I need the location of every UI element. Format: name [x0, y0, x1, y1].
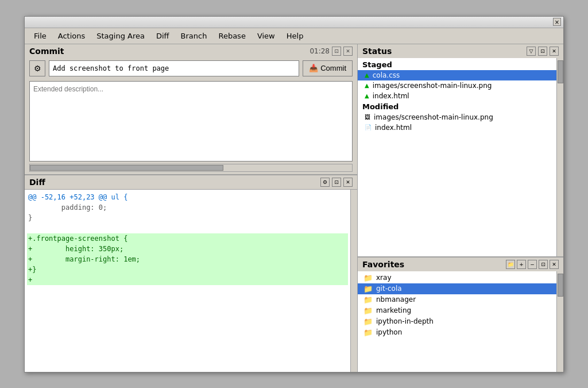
- commit-button-label: Commit: [320, 64, 346, 72]
- favorites-item-label: ipython: [376, 328, 402, 336]
- commit-section: Commit 01:28 ⊡ ✕ ⚙ 📥 Commit: [25, 44, 357, 175]
- commit-button[interactable]: 📥 Commit: [303, 60, 353, 76]
- status-list: Staged ▲ cola.css ▲ images/screenshot-ma…: [358, 58, 556, 256]
- status-header: Status ▽ ⊡ ✕: [358, 44, 563, 58]
- title-bar: ×: [25, 17, 563, 28]
- staged-item-screenshot[interactable]: ▲ images/screenshot-main-linux.png: [358, 80, 556, 91]
- favorites-item-ipython-in-depth[interactable]: 📁 ipython-in-depth: [358, 316, 556, 327]
- status-section: Status ▽ ⊡ ✕ Staged ▲ cola.css: [358, 44, 563, 257]
- diff-vertical-scrollbar[interactable]: [350, 190, 357, 372]
- staged-item-name: cola.css: [373, 71, 400, 79]
- commit-restore-icon[interactable]: ⊡: [332, 47, 341, 56]
- diff-title: Diff: [29, 178, 45, 187]
- menu-bar: File Actions Staging Area Diff Branch Re…: [25, 28, 563, 44]
- folder-icon: 📁: [363, 328, 373, 337]
- favorites-folder-icon[interactable]: 📁: [506, 260, 515, 269]
- diff-restore-icon[interactable]: ⊡: [332, 178, 341, 187]
- extended-description-input[interactable]: [29, 81, 353, 162]
- folder-icon: 📁: [363, 317, 373, 326]
- staged-label: Staged: [358, 59, 556, 70]
- diff-line: }: [27, 213, 348, 223]
- staged-item-index[interactable]: ▲ index.html: [358, 91, 556, 101]
- modified-label: Modified: [358, 101, 556, 112]
- menu-staging[interactable]: Staging Area: [92, 30, 149, 41]
- image-icon: 🖼: [365, 114, 370, 120]
- commit-button-icon: 📥: [309, 64, 318, 72]
- favorites-scroll-thumb: [558, 274, 563, 297]
- favorites-item-nbmanager[interactable]: 📁 nbmanager: [358, 294, 556, 305]
- modified-item-name: index.html: [375, 124, 412, 132]
- status-vertical-scrollbar[interactable]: [556, 58, 563, 256]
- status-close-icon[interactable]: ✕: [550, 47, 559, 56]
- status-title: Status: [362, 47, 392, 56]
- added-icon: ▲: [365, 93, 369, 99]
- favorites-add-icon[interactable]: +: [517, 260, 526, 269]
- favorites-close-icon[interactable]: ✕: [550, 260, 559, 269]
- staged-item-name: images/screenshot-main-linux.png: [373, 82, 492, 90]
- favorites-remove-icon[interactable]: −: [528, 260, 537, 269]
- folder-icon: 📁: [363, 285, 373, 293]
- favorites-item-xray[interactable]: 📁 xray: [358, 272, 556, 283]
- diff-line-added: + margin-right: 1em;: [27, 254, 348, 264]
- favorites-section: Favorites 📁 + − ⊡ ✕ 📁 xray: [358, 257, 563, 372]
- status-restore-icon[interactable]: ⊡: [538, 47, 547, 56]
- diff-line: [27, 223, 348, 233]
- commit-gear-button[interactable]: ⚙: [29, 60, 45, 76]
- commit-close-icon[interactable]: ✕: [343, 47, 353, 56]
- commit-input-row: ⚙ 📥 Commit: [25, 58, 357, 79]
- favorites-item-marketing[interactable]: 📁 marketing: [358, 305, 556, 316]
- favorites-item-label: xray: [376, 274, 392, 282]
- left-panel: Commit 01:28 ⊡ ✕ ⚙ 📥 Commit: [25, 44, 358, 372]
- diff-header-controls: ⚙ ⊡ ✕: [320, 178, 353, 187]
- diff-line: padding: 0;: [27, 202, 348, 213]
- main-content: Commit 01:28 ⊡ ✕ ⚙ 📥 Commit: [25, 44, 563, 372]
- favorites-item-git-cola[interactable]: 📁 git-cola: [358, 283, 556, 294]
- menu-file[interactable]: File: [29, 30, 51, 41]
- favorites-item-label: git-cola: [376, 285, 402, 293]
- diff-content: @@ -52,16 +52,23 @@ ul { padding: 0; } +…: [25, 190, 350, 372]
- diff-section: Diff ⚙ ⊡ ✕ @@ -52,16 +52,23 @@ ul { padd…: [25, 175, 357, 372]
- favorites-restore-icon[interactable]: ⊡: [539, 260, 548, 269]
- status-filter-icon[interactable]: ▽: [527, 47, 536, 56]
- menu-branch[interactable]: Branch: [176, 30, 212, 41]
- modified-item-screenshot[interactable]: 🖼 images/screenshot-main-linux.png: [358, 112, 556, 122]
- commit-message-input[interactable]: [49, 60, 299, 76]
- added-icon: ▲: [365, 72, 369, 78]
- folder-icon: 📁: [363, 306, 373, 315]
- status-scroll-thumb: [558, 60, 563, 83]
- horizontal-scrollbar[interactable]: [29, 164, 353, 172]
- menu-help[interactable]: Help: [282, 30, 308, 41]
- commit-header: Commit 01:28 ⊡ ✕: [25, 44, 357, 58]
- diff-line-added: +: [27, 275, 348, 285]
- modified-item-index[interactable]: 📄 index.html: [358, 122, 556, 133]
- menu-view[interactable]: View: [253, 30, 280, 41]
- commit-title: Commit: [29, 47, 64, 56]
- diff-line-added: +}: [27, 264, 348, 275]
- diff-line-added: + height: 350px;: [27, 244, 348, 254]
- diff-header: Diff ⚙ ⊡ ✕: [25, 175, 357, 190]
- status-list-area: Staged ▲ cola.css ▲ images/screenshot-ma…: [358, 58, 563, 256]
- added-icon: ▲: [365, 82, 369, 89]
- right-panel: Status ▽ ⊡ ✕ Staged ▲ cola.css: [358, 44, 563, 372]
- diff-content-area: @@ -52,16 +52,23 @@ ul { padding: 0; } +…: [25, 190, 357, 372]
- favorites-vertical-scrollbar[interactable]: [556, 271, 563, 372]
- close-button[interactable]: ×: [553, 18, 561, 26]
- diff-gear-icon[interactable]: ⚙: [320, 178, 330, 187]
- commit-header-controls: 01:28 ⊡ ✕: [310, 47, 353, 56]
- folder-icon: 📁: [363, 274, 373, 282]
- staged-item-cola-css[interactable]: ▲ cola.css: [358, 70, 556, 80]
- scrollbar-thumb: [30, 165, 223, 171]
- diff-close-icon[interactable]: ✕: [343, 178, 353, 187]
- favorites-item-label: ipython-in-depth: [376, 317, 434, 325]
- staged-item-name: index.html: [373, 92, 409, 100]
- favorites-item-ipython[interactable]: 📁 ipython: [358, 327, 556, 338]
- favorites-list-area: 📁 xray 📁 git-cola 📁 nbmanager 📁: [358, 271, 563, 372]
- main-window: × File Actions Staging Area Diff Branch …: [24, 16, 564, 372]
- status-header-controls: ▽ ⊡ ✕: [527, 47, 559, 56]
- favorites-title: Favorites: [362, 260, 404, 269]
- gear-icon: ⚙: [34, 64, 41, 73]
- menu-rebase[interactable]: Rebase: [214, 30, 250, 41]
- menu-actions[interactable]: Actions: [53, 30, 90, 41]
- favorites-header: Favorites 📁 + − ⊡ ✕: [358, 257, 563, 271]
- menu-diff[interactable]: Diff: [152, 30, 174, 41]
